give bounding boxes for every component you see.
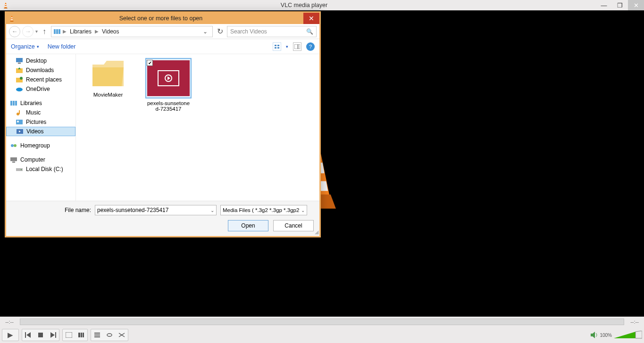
file-item-folder[interactable]: MovieMaker: [84, 59, 132, 98]
tree-item-desktop[interactable]: Desktop: [6, 56, 75, 65]
svg-rect-31: [277, 45, 279, 46]
svg-marker-22: [636, 331, 642, 338]
svg-rect-24: [11, 17, 13, 18]
svg-rect-43: [10, 101, 12, 106]
speaker-icon[interactable]: [590, 331, 598, 339]
help-button[interactable]: ?: [306, 42, 315, 51]
svg-rect-28: [56, 29, 58, 34]
file-open-dialog: Select one or more files to open ✕ ← → ▾…: [5, 11, 321, 237]
svg-point-41: [20, 77, 23, 80]
svg-rect-48: [16, 120, 23, 124]
tree-item-pictures[interactable]: Pictures: [6, 117, 75, 127]
nav-up-button[interactable]: ↑: [40, 27, 49, 36]
svg-rect-12: [55, 332, 56, 338]
view-mode-button[interactable]: [273, 42, 281, 51]
filename-input[interactable]: pexels-sunsetoned-7235417⌄: [95, 205, 217, 215]
nav-forward-button[interactable]: →: [22, 26, 33, 37]
new-folder-button[interactable]: New folder: [48, 43, 76, 50]
stop-button[interactable]: [34, 329, 47, 341]
svg-rect-14: [78, 333, 80, 337]
search-placeholder: Search Videos: [230, 28, 267, 35]
time-total: --:--: [628, 319, 641, 325]
open-button[interactable]: Open: [228, 220, 268, 231]
tree-item-computer[interactable]: Computer: [6, 155, 75, 164]
tree-item-recent-places[interactable]: Recent places: [6, 75, 75, 84]
dialog-footer: File name: pexels-sunsetoned-7235417⌄ Me…: [6, 201, 319, 236]
svg-marker-11: [50, 332, 55, 338]
maximize-button[interactable]: ❐: [612, 0, 628, 10]
breadcrumb-videos[interactable]: Videos: [100, 28, 120, 35]
svg-rect-37: [18, 63, 21, 64]
volume-slider[interactable]: [614, 331, 642, 339]
titlebar: VLC media player — ❐ ✕: [0, 0, 644, 10]
volume-percent: 100%: [600, 333, 612, 338]
refresh-button[interactable]: ↻: [215, 26, 225, 37]
tree-item-music[interactable]: Music: [6, 108, 75, 117]
tree-item-libraries[interactable]: Libraries: [6, 98, 75, 108]
nav-tree[interactable]: DesktopDownloadsRecent placesOneDriveLib…: [6, 54, 76, 201]
svg-rect-34: [294, 44, 298, 49]
fullscreen-button[interactable]: [63, 329, 75, 341]
dialog-nav: ← → ▾ ↑ ▶ Libraries ▶ Videos ⌄ ↻ Search …: [6, 24, 319, 39]
filetype-select[interactable]: Media Files ( *.3g2 *.3gp *.3gp2⌄: [220, 205, 307, 215]
svg-point-52: [11, 144, 14, 147]
svg-marker-23: [11, 16, 13, 21]
seek-bar[interactable]: [20, 318, 624, 325]
svg-rect-26: [10, 21, 14, 22]
search-icon: 🔍: [306, 28, 313, 35]
random-button[interactable]: [116, 329, 128, 341]
playlist-button[interactable]: [91, 329, 103, 341]
svg-point-42: [16, 88, 23, 91]
svg-marker-59: [92, 67, 124, 86]
close-window-button[interactable]: ✕: [628, 0, 644, 10]
previous-button[interactable]: [22, 329, 34, 341]
loop-button[interactable]: [103, 329, 116, 341]
nav-back-button[interactable]: ←: [9, 26, 20, 37]
dialog-close-button[interactable]: ✕: [303, 13, 319, 24]
play-button[interactable]: ▶: [2, 329, 18, 341]
tree-item-local-disk-c-[interactable]: Local Disk (C:): [6, 164, 75, 174]
tree-item-onedrive[interactable]: OneDrive: [6, 84, 75, 94]
extended-settings-button[interactable]: [75, 329, 87, 341]
svg-rect-29: [59, 29, 60, 34]
vlc-cone-icon: [2, 1, 9, 9]
svg-rect-44: [13, 101, 15, 106]
svg-rect-47: [19, 110, 20, 114]
breadcrumb-dropdown-icon[interactable]: ⌄: [203, 28, 210, 35]
preview-pane-button[interactable]: [293, 42, 301, 51]
volume-area: 100%: [590, 331, 642, 339]
svg-rect-54: [10, 157, 17, 161]
svg-rect-32: [275, 47, 276, 49]
svg-rect-36: [16, 58, 23, 62]
resize-grip-icon[interactable]: ◢: [315, 229, 318, 235]
dialog-title: Select one or more files to open: [18, 15, 303, 22]
breadcrumb-libraries[interactable]: Libraries: [68, 28, 93, 35]
breadcrumb-bar[interactable]: ▶ Libraries ▶ Videos ⌄: [51, 26, 213, 37]
filename-label: File name:: [12, 207, 91, 213]
file-pane[interactable]: MovieMaker ✔ pexels-sunsetoned-7235417: [76, 54, 319, 201]
search-input[interactable]: Search Videos 🔍: [227, 26, 317, 37]
svg-rect-25: [11, 19, 13, 20]
svg-marker-9: [26, 332, 31, 338]
checkbox-icon[interactable]: ✔: [147, 60, 153, 66]
chevron-right-icon[interactable]: ▶: [63, 29, 67, 34]
tree-item-videos[interactable]: Videos: [6, 127, 75, 136]
svg-point-53: [14, 144, 17, 147]
organize-menu[interactable]: Organize ▾: [11, 43, 39, 50]
svg-marker-21: [614, 332, 636, 338]
view-dropdown-icon[interactable]: ▾: [286, 44, 288, 49]
svg-marker-20: [591, 332, 595, 338]
dialog-toolbar: Organize ▾ New folder ▾ ?: [6, 39, 319, 54]
cancel-button[interactable]: Cancel: [273, 220, 314, 231]
next-button[interactable]: [47, 329, 59, 341]
dialog-titlebar: Select one or more files to open ✕: [6, 13, 319, 24]
chevron-right-icon[interactable]: ▶: [95, 29, 99, 34]
file-item-video[interactable]: ✔ pexels-sunsetoned-7235417: [145, 59, 192, 112]
tree-item-downloads[interactable]: Downloads: [6, 65, 75, 75]
tree-item-homegroup[interactable]: Homegroup: [6, 141, 75, 150]
history-dropdown-icon[interactable]: ▾: [35, 29, 38, 34]
svg-point-49: [17, 121, 19, 122]
title-text: VLC media player: [12, 2, 596, 8]
minimize-button[interactable]: —: [596, 0, 612, 10]
vlc-cone-icon: [8, 15, 16, 22]
